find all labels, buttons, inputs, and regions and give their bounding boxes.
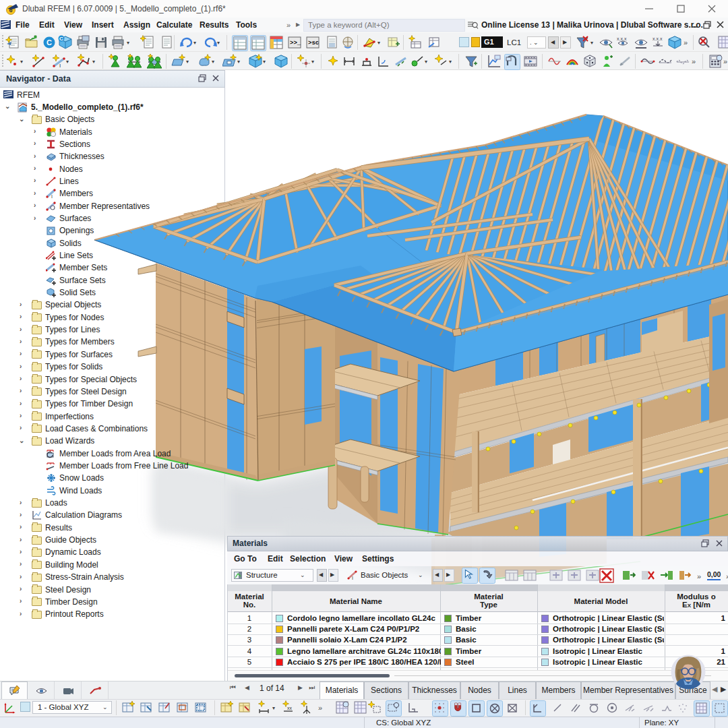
svg-text:C: C — [59, 36, 63, 42]
svg-text:>sc: >sc — [308, 40, 319, 47]
svg-text:xx: xx — [287, 706, 293, 710]
svg-text:x.x.x: x.x.x — [653, 36, 663, 41]
svg-text:I: I — [352, 576, 353, 580]
svg-text:I: I — [51, 194, 53, 199]
svg-text:>>_: >>_ — [290, 40, 301, 47]
svg-text:x.x.x: x.x.x — [617, 36, 627, 41]
svg-text:C: C — [47, 38, 52, 47]
svg-text:I: I — [59, 63, 61, 69]
svg-text:6: 6 — [9, 7, 12, 13]
